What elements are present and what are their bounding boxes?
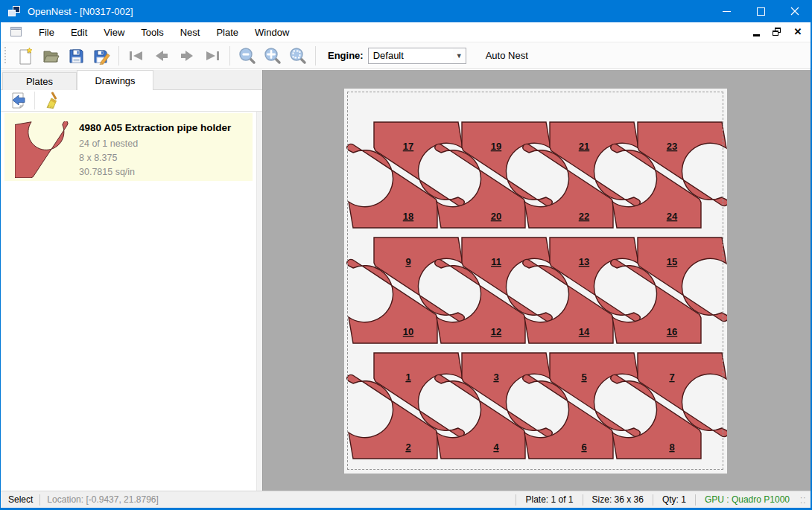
status-separator bbox=[39, 494, 40, 506]
go-last-button[interactable] bbox=[200, 45, 225, 67]
save-icon bbox=[67, 47, 85, 65]
zoom-in-icon bbox=[264, 47, 282, 65]
toolbar-grip[interactable] bbox=[4, 47, 7, 65]
mdi-restore-button[interactable] bbox=[772, 27, 782, 37]
go-previous-button[interactable] bbox=[149, 45, 174, 67]
auto-nest-button[interactable]: Auto Nest bbox=[480, 47, 534, 64]
new-file-icon bbox=[16, 47, 34, 65]
zoom-out-icon bbox=[238, 47, 256, 65]
engine-label: Engine: bbox=[328, 50, 364, 61]
menu-item-tools[interactable]: Tools bbox=[133, 22, 171, 42]
clean-button[interactable] bbox=[39, 91, 63, 110]
go-last-icon bbox=[203, 47, 222, 65]
drawing-title: 4980 A05 Extraction pipe holder bbox=[79, 122, 231, 133]
save-button[interactable] bbox=[63, 45, 89, 67]
drawing-dimensions: 8 x 8.375 bbox=[79, 151, 231, 165]
panel-divider bbox=[262, 70, 263, 491]
close-icon bbox=[790, 7, 799, 16]
mdi-close-icon: ✕ bbox=[794, 27, 802, 37]
drawings-toolbar bbox=[1, 90, 263, 112]
status-gpu: GPU : Quadro P1000 bbox=[696, 494, 799, 505]
engine-value: Default bbox=[373, 50, 453, 61]
toolbar-separator bbox=[34, 92, 35, 109]
zoom-fit-button[interactable] bbox=[285, 45, 311, 67]
status-mode: Select bbox=[8, 494, 33, 505]
panel-tabstrip: Plates Drawings bbox=[1, 70, 263, 90]
send-to-drawing-button[interactable] bbox=[7, 91, 31, 110]
send-to-drawing-icon bbox=[10, 92, 28, 109]
minimize-button[interactable] bbox=[709, 0, 743, 22]
panel-scrollbar[interactable] bbox=[256, 112, 262, 491]
status-plate: Plate: 1 of 1 bbox=[516, 494, 582, 505]
toolbar-separator bbox=[315, 46, 316, 66]
drawing-list-item[interactable]: 4980 A05 Extraction pipe holder 24 of 1 … bbox=[4, 113, 253, 181]
mdi-minimize-icon bbox=[753, 34, 760, 36]
menu-item-view[interactable]: View bbox=[95, 22, 133, 42]
tab-drawings[interactable]: Drawings bbox=[77, 70, 153, 90]
close-button[interactable] bbox=[778, 0, 812, 22]
save-as-button[interactable] bbox=[89, 45, 114, 67]
new-file-button[interactable] bbox=[13, 45, 38, 67]
left-panel: Plates Drawings 4980 A05 bbox=[1, 70, 263, 491]
status-qty: Qty: 1 bbox=[653, 494, 695, 505]
maximize-button[interactable] bbox=[743, 0, 778, 22]
menu-item-file[interactable]: File bbox=[31, 22, 63, 42]
drawing-nested-count: 24 of 1 nested bbox=[79, 137, 231, 151]
part-thumbnail bbox=[15, 121, 69, 178]
minimize-icon bbox=[723, 7, 731, 16]
go-first-button[interactable] bbox=[124, 45, 149, 67]
window-border bbox=[0, 22, 1, 508]
menu-item-window[interactable]: Window bbox=[247, 22, 297, 42]
status-size: Size: 36 x 36 bbox=[583, 494, 653, 505]
zoom-out-button[interactable] bbox=[235, 45, 260, 67]
document-window-icon[interactable] bbox=[10, 26, 23, 38]
nest-canvas[interactable]: 171819202122232491011121314151612345678 bbox=[263, 70, 811, 491]
plate[interactable]: 171819202122232491011121314151612345678 bbox=[344, 89, 727, 474]
resize-grip[interactable]: ⁚⁚ bbox=[800, 499, 808, 506]
status-location: Location: [-0.9437, 21.8796] bbox=[47, 494, 158, 505]
go-next-icon bbox=[177, 47, 197, 65]
menu-item-plate[interactable]: Plate bbox=[208, 22, 247, 42]
drawing-list: 4980 A05 Extraction pipe holder 24 of 1 … bbox=[1, 112, 256, 491]
mdi-minimize-button[interactable] bbox=[751, 27, 761, 37]
mdi-close-button[interactable]: ✕ bbox=[793, 27, 803, 37]
zoom-in-button[interactable] bbox=[260, 45, 285, 67]
drawing-area: 30.7815 sq/in bbox=[79, 165, 231, 179]
open-file-button[interactable] bbox=[38, 45, 63, 67]
toolbar-separator bbox=[118, 46, 119, 66]
open-file-icon bbox=[42, 47, 60, 65]
app-icon bbox=[8, 6, 21, 17]
plate-selection-marquee bbox=[347, 92, 723, 470]
save-as-icon bbox=[92, 47, 110, 65]
toolbar-separator bbox=[229, 46, 230, 66]
chevron-down-icon[interactable]: ▼ bbox=[453, 48, 466, 63]
menu-item-nest[interactable]: Nest bbox=[172, 22, 209, 42]
go-next-button[interactable] bbox=[174, 45, 200, 67]
window-title: OpenNest - [N0317-002] bbox=[28, 6, 133, 17]
maximize-icon bbox=[757, 7, 765, 16]
menu-item-edit[interactable]: Edit bbox=[63, 22, 95, 42]
go-previous-icon bbox=[152, 47, 171, 65]
zoom-fit-icon bbox=[289, 47, 307, 65]
status-bar: Select Location: [-0.9437, 21.8796] Plat… bbox=[1, 491, 811, 508]
title-bar: OpenNest - [N0317-002] bbox=[0, 0, 812, 22]
menu-bar: FileEditViewToolsNestPlateWindow ✕ bbox=[1, 22, 811, 42]
clean-icon bbox=[42, 92, 60, 109]
go-first-icon bbox=[127, 47, 146, 65]
engine-combobox[interactable]: Default ▼ bbox=[368, 48, 466, 64]
main-toolbar: Engine: Default ▼ Auto Nest bbox=[1, 42, 811, 69]
tab-plates[interactable]: Plates bbox=[2, 72, 77, 90]
